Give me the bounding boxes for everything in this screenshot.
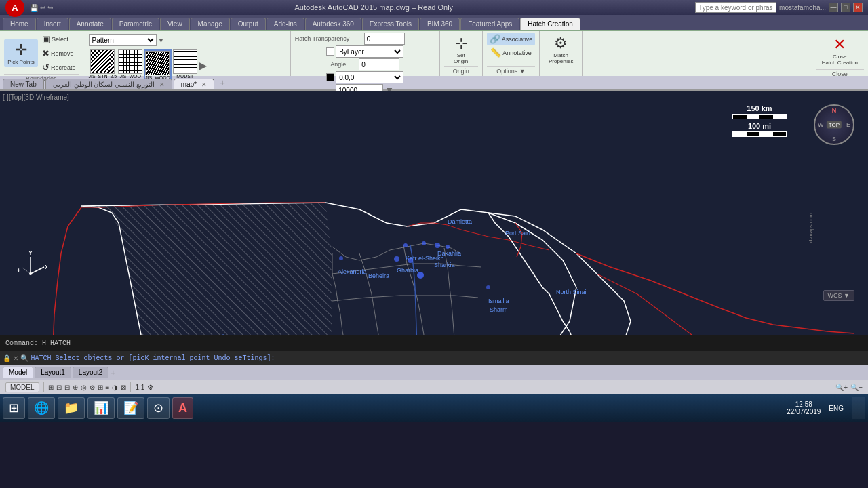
select-label: Select (52, 36, 68, 43)
pattern-box-4 (173, 49, 197, 74)
autocad-taskbar-button[interactable]: A (172, 397, 193, 419)
maximize-button[interactable]: □ (841, 3, 850, 12)
compass-n: N (832, 107, 837, 114)
pattern-preview-1[interactable]: JIS_STN_2.5 (89, 49, 117, 81)
pattern-preview-4[interactable]: MUDST (173, 49, 197, 81)
selcycle-icon: ⊠ (121, 384, 126, 391)
recreate-button[interactable]: ↺ Recreate (39, 61, 79, 74)
compass-inner: N S E W TOP (815, 106, 853, 144)
tab-arabic[interactable]: التوزيع النسبي لسكان الوطن العربي ✕ (45, 79, 172, 89)
status-bar: MODEL ⊞ ⊡ ⊟ ⊕ ◎ ⊗ ⊞ ≡ ◑ ⊠ 1:1 ⚙ 🔍+ 🔍− (0, 380, 868, 394)
transparency-input[interactable] (364, 33, 405, 45)
tab-express[interactable]: Express Tools (362, 18, 419, 30)
tab-output[interactable]: Output (231, 18, 266, 30)
set-origin-icon: ⊹ (455, 35, 467, 52)
tab-add-button[interactable]: + (216, 76, 229, 89)
remove-button[interactable]: ✖ Remove (39, 47, 79, 60)
tab-addins[interactable]: Add-ins (267, 18, 304, 30)
tab-hatch-creation[interactable]: Hatch Creation (520, 18, 580, 30)
svg-point-9 (403, 243, 408, 247)
svg-line-17 (31, 267, 44, 274)
command-prompt-text: HATCH Select objects or [picK internal p… (31, 354, 275, 362)
properties-group: Hatch Transparency ByLayer Angle 0,0,0 (291, 31, 440, 76)
scale-bar-inner-mi (732, 131, 787, 137)
pattern-label-2: JIS_WOO (119, 74, 141, 79)
tab-bim360[interactable]: BIM 360 (420, 18, 460, 30)
pick-points-label: Pick Points (7, 59, 35, 65)
explorer-button[interactable]: 📁 (58, 397, 85, 419)
tab-insert[interactable]: Insert (37, 18, 68, 30)
tab-view[interactable]: View (160, 18, 190, 30)
model-space-label[interactable]: MODEL (5, 382, 39, 392)
tab-new[interactable]: New Tab (3, 79, 44, 89)
otrack-icon: ⊗ (90, 384, 95, 391)
scale-seg7 (760, 132, 773, 136)
bottom-tab-model[interactable]: Model (3, 367, 33, 378)
add-layout-button[interactable]: + (110, 367, 115, 378)
scale-km: 150 km (732, 104, 787, 113)
start-button[interactable]: ⊞ (3, 397, 25, 419)
time-display: 12:58 (787, 401, 821, 408)
snap-icon: ⊡ (56, 384, 62, 391)
tab-manage[interactable]: Manage (191, 18, 230, 30)
pattern-preview-2[interactable]: JIS_WOO (118, 49, 142, 81)
autocad-taskbar-icon: A (178, 401, 187, 415)
associative-button[interactable]: 🔗 Associative (487, 33, 536, 45)
search-input[interactable] (695, 2, 776, 13)
show-desktop-button[interactable] (852, 397, 865, 419)
titlebar-title: Autodesk AutoCAD 2015 map.dwg – Read Onl… (53, 3, 696, 12)
match-properties-button[interactable]: ⚙ MatchProperties (544, 33, 578, 66)
excel-button[interactable]: 📊 (87, 397, 115, 419)
minimize-button[interactable]: — (829, 3, 838, 12)
command-input-row: 🔒 ✕ 🔍 HATCH Select objects or [picK inte… (0, 351, 868, 365)
tab-featured[interactable]: Featured Apps (460, 18, 519, 30)
tab-map-close[interactable]: ✕ (201, 81, 207, 88)
bgcolor-select[interactable]: 0,0,0 (336, 71, 403, 83)
zoom-in-icon[interactable]: 🔍+ (835, 384, 848, 391)
explorer-icon: 📁 (64, 401, 79, 415)
scale-bar-inner-km (732, 114, 787, 119)
close-hatch-button[interactable]: ✕ CloseHatch Creation (816, 33, 864, 69)
word-icon: 📝 (123, 401, 138, 415)
annotative-button[interactable]: 📏 Annotative (488, 46, 534, 59)
tab-map[interactable]: map* ✕ (174, 79, 214, 89)
scale-seg3 (760, 115, 773, 119)
pattern-preview-3-active[interactable]: JIS_WOOD (144, 49, 172, 81)
anno-scale-label: 1:1 (135, 384, 144, 391)
command-input[interactable] (278, 354, 865, 362)
scale-widget: 150 km 100 mi (732, 104, 787, 137)
bottom-tab-layout1[interactable]: Layout1 (35, 367, 71, 378)
svg-text:+: + (17, 267, 20, 274)
svg-point-8 (422, 241, 426, 245)
svg-point-5 (408, 258, 413, 263)
ie-button[interactable]: 🌐 (28, 397, 55, 419)
close-buttons: ✕ CloseHatch Creation (816, 33, 864, 69)
tab-home[interactable]: Home (3, 18, 36, 30)
pick-points-button[interactable]: ✛ Pick Points (4, 39, 38, 67)
excel-icon: 📊 (94, 401, 108, 415)
color-row: ByLayer (326, 45, 403, 58)
angle-input[interactable] (359, 58, 399, 70)
bottom-tab-layout2[interactable]: Layout2 (73, 367, 109, 378)
window-close-button[interactable]: ✕ (853, 3, 863, 12)
set-origin-button[interactable]: ⊹ SetOrigin (444, 33, 478, 66)
chrome-icon: ⊙ (153, 401, 163, 415)
pattern-scroll-right[interactable]: ▶ (199, 59, 207, 72)
tab-parametric[interactable]: Parametric (112, 18, 159, 30)
zoom-out-icon[interactable]: 🔍− (850, 384, 863, 391)
close-hatch-label: CloseHatch Creation (822, 54, 858, 66)
chrome-button[interactable]: ⊙ (147, 397, 170, 419)
boundaries-sub-buttons: ▣ Select ✖ Remove ↺ Recreate (39, 33, 79, 74)
pattern-select[interactable]: Pattern (89, 34, 157, 46)
word-button[interactable]: 📝 (117, 397, 144, 419)
tab-arabic-close[interactable]: ✕ (159, 81, 165, 88)
taskbar-time: 12:58 22/07/2019 (787, 401, 826, 415)
svg-text:X: X (45, 264, 47, 270)
color-select[interactable]: ByLayer (336, 45, 403, 58)
scale-seg2 (747, 115, 760, 119)
cmd-icons: 🔒 ✕ 🔍 (3, 354, 28, 362)
select-button[interactable]: ▣ Select (39, 33, 79, 45)
tab-annotate[interactable]: Annotate (69, 18, 111, 30)
pattern-label-1: JIS_STN_2.5 (89, 74, 117, 79)
tab-a360[interactable]: Autodesk 360 (305, 18, 361, 30)
